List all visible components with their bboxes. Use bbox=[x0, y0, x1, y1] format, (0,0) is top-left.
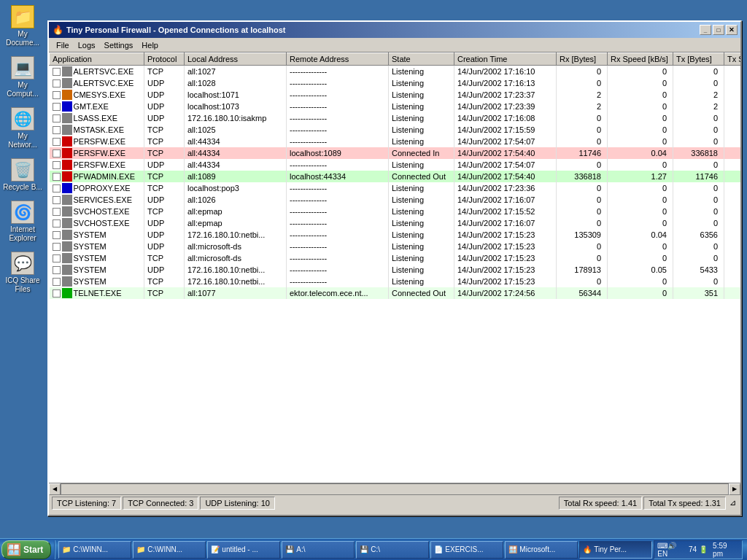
menu-logs[interactable]: Logs bbox=[74, 39, 100, 51]
table-row: SYSTEM UDP all:microsoft-ds ------------… bbox=[50, 241, 741, 252]
cell-rx: 0 bbox=[557, 206, 608, 217]
app-checkbox[interactable] bbox=[53, 278, 61, 286]
scroll-left-button[interactable]: ◀ bbox=[49, 483, 61, 495]
col-tx-speed[interactable]: Tx Spee bbox=[724, 53, 741, 66]
app-checkbox[interactable] bbox=[53, 79, 61, 88]
taskbar-btn-a[interactable]: 💾 A:\ bbox=[282, 541, 355, 559]
app-checkbox[interactable] bbox=[53, 254, 61, 262]
desktop-icon-recycle-bin[interactable]: 🗑️ Recycle B... bbox=[1, 157, 44, 193]
scroll-track[interactable] bbox=[61, 483, 729, 495]
cell-rxspeed: 0 bbox=[608, 276, 673, 287]
desktop-icon-my-documents[interactable]: 📁 My Docume... bbox=[1, 4, 44, 49]
cell-app: PERSFW.EXE bbox=[50, 147, 144, 159]
app-checkbox[interactable] bbox=[53, 91, 61, 99]
cell-txspeed: 0 bbox=[724, 66, 741, 78]
menu-file[interactable]: File bbox=[52, 39, 74, 51]
cell-rxspeed: 0 bbox=[608, 206, 673, 217]
start-button[interactable]: 🪟 Start bbox=[1, 540, 51, 559]
cell-txspeed: 0 bbox=[724, 241, 741, 252]
cell-local: all:1089 bbox=[185, 171, 287, 182]
desktop-icon-my-computer[interactable]: 💻 My Comput... bbox=[1, 55, 44, 100]
col-application[interactable]: Application bbox=[50, 53, 144, 66]
cell-app: SYSTEM bbox=[50, 241, 144, 252]
col-tx-bytes[interactable]: Tx [Bytes] bbox=[673, 53, 724, 66]
cell-protocol: TCP bbox=[144, 252, 185, 264]
cell-state: Listening bbox=[389, 241, 454, 252]
cell-local: all:microsoft-ds bbox=[185, 252, 287, 264]
status-bar: TCP Listening: 7 TCP Connected: 3 UDP Li… bbox=[49, 494, 740, 510]
cell-local: 172.16.180.10:netbi... bbox=[185, 276, 287, 287]
minimize-button[interactable]: _ bbox=[700, 25, 711, 35]
cell-rxspeed: 0 bbox=[608, 182, 673, 194]
cell-remote: -------------- bbox=[287, 66, 389, 78]
cell-protocol: TCP bbox=[144, 276, 185, 287]
table-scroll[interactable]: Application Protocol Local Address Remot… bbox=[49, 52, 740, 483]
app-checkbox[interactable] bbox=[53, 126, 61, 134]
app-checkbox[interactable] bbox=[53, 173, 61, 181]
app-checkbox[interactable] bbox=[53, 161, 61, 169]
app-checkbox[interactable] bbox=[53, 196, 61, 204]
taskbar-btn-untitled[interactable]: 📝 untitled - ... bbox=[207, 541, 280, 559]
cell-protocol: UDP bbox=[144, 264, 185, 276]
taskbar-btn-microsoft[interactable]: 🪟 Microsoft... bbox=[505, 541, 578, 559]
cell-txspeed: 0 bbox=[724, 171, 741, 182]
col-remote-address[interactable]: Remote Address bbox=[287, 53, 389, 66]
app-checkbox[interactable] bbox=[53, 103, 61, 111]
app-checkbox[interactable] bbox=[53, 219, 61, 228]
cell-protocol: TCP bbox=[144, 206, 185, 217]
close-button[interactable]: ✕ bbox=[726, 25, 738, 35]
cell-rxspeed: 1.27 bbox=[608, 171, 673, 182]
cell-state: Listening bbox=[389, 77, 454, 89]
cell-time: 14/Jun/2002 17:23:37 bbox=[454, 89, 557, 101]
taskbar-btn-0[interactable]: 📁 C:\WINN... bbox=[58, 541, 131, 559]
cell-tx: 11746 bbox=[673, 171, 724, 182]
app-checkbox[interactable] bbox=[53, 114, 61, 122]
app-checkbox[interactable] bbox=[53, 68, 61, 76]
app-checkbox[interactable] bbox=[53, 208, 61, 216]
app-checkbox[interactable] bbox=[53, 243, 61, 251]
taskbar-btn-exercis[interactable]: 📄 EXERCIS... bbox=[430, 541, 503, 559]
app-name: PERSFW.EXE bbox=[74, 160, 126, 169]
cell-state: Connected Out bbox=[389, 287, 454, 299]
app-checkbox[interactable] bbox=[53, 266, 61, 274]
col-local-address[interactable]: Local Address bbox=[185, 53, 287, 66]
cell-rx: 0 bbox=[557, 194, 608, 206]
menu-settings[interactable]: Settings bbox=[100, 39, 138, 51]
scroll-right-button[interactable]: ▶ bbox=[729, 483, 740, 495]
cell-state: Listening bbox=[389, 276, 454, 287]
cell-txspeed: 0 bbox=[724, 276, 741, 287]
cell-txspeed: 0 bbox=[724, 252, 741, 264]
cell-txspeed: 0 bbox=[724, 89, 741, 101]
cell-time: 14/Jun/2002 17:54:40 bbox=[454, 171, 557, 182]
cell-tx: 0 bbox=[673, 77, 724, 89]
app-checkbox[interactable] bbox=[53, 231, 61, 239]
app-checkbox[interactable] bbox=[53, 184, 61, 192]
col-protocol[interactable]: Protocol bbox=[144, 53, 185, 66]
desktop-icon-internet-explorer[interactable]: 🌀 Internet Explorer bbox=[1, 199, 44, 244]
menu-bar: File Logs Settings Help bbox=[49, 38, 740, 52]
app-name: POPROXY.EXE bbox=[74, 184, 131, 192]
resize-grip[interactable]: ⊿ bbox=[727, 498, 738, 508]
app-checkbox[interactable] bbox=[53, 138, 61, 146]
horizontal-scrollbar[interactable]: ◀ ▶ bbox=[49, 483, 740, 494]
menu-help[interactable]: Help bbox=[137, 39, 163, 51]
cell-txspeed: 0 bbox=[724, 217, 741, 229]
cell-remote: ektor.telecom.ece.nt... bbox=[287, 287, 389, 299]
desktop-icon-icq[interactable]: 💬 ICQ Share Files bbox=[1, 250, 44, 295]
col-rx-bytes[interactable]: Rx [Bytes] bbox=[557, 53, 608, 66]
taskbar-btn-1[interactable]: 📁 C:\WINN... bbox=[133, 541, 206, 559]
col-creation-time[interactable]: Creation Time bbox=[454, 53, 557, 66]
desktop-icon-my-network[interactable]: 🌐 My Networ... bbox=[1, 106, 44, 151]
app-checkbox[interactable] bbox=[53, 289, 61, 298]
cell-time: 14/Jun/2002 17:15:52 bbox=[454, 206, 557, 217]
col-state[interactable]: State bbox=[389, 53, 454, 66]
maximize-button[interactable]: □ bbox=[713, 25, 724, 35]
app-name: SVCHOST.EXE bbox=[74, 219, 130, 228]
app-checkbox[interactable] bbox=[53, 149, 61, 158]
col-rx-speed[interactable]: Rx Speed [kB/s] bbox=[608, 53, 673, 66]
taskbar-btn-c[interactable]: 💾 C:\ bbox=[356, 541, 429, 559]
cell-protocol: UDP bbox=[144, 101, 185, 112]
taskbar-btn-tiny[interactable]: 🔥 Tiny Per... bbox=[579, 541, 652, 559]
cell-txspeed: 0 bbox=[724, 264, 741, 276]
cell-tx: 5433 bbox=[673, 264, 724, 276]
